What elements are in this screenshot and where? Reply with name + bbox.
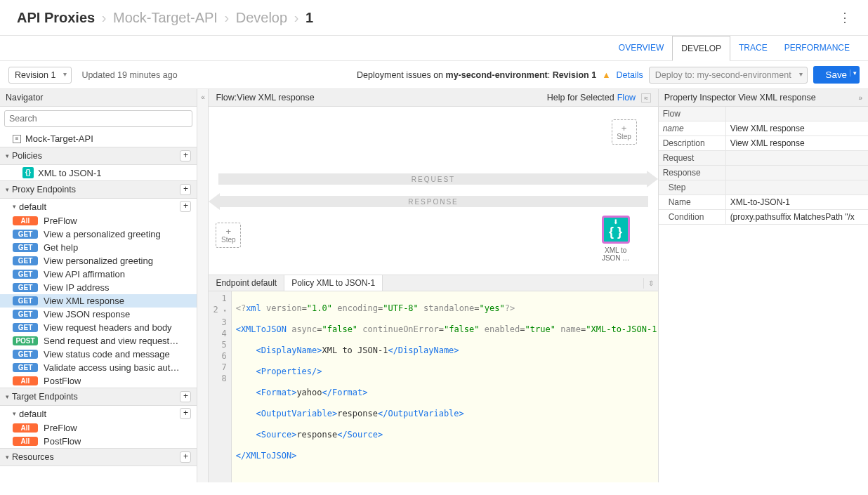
flow-item[interactable]: GETValidate access using basic aut… [0, 361, 197, 374]
plus-icon: + [226, 227, 232, 236]
code-tab-policy[interactable]: Policy XML to JSON-1 [284, 275, 383, 291]
flow-label: Validate access using basic aut… [44, 362, 179, 373]
method-badge: GET [13, 243, 38, 252]
policies-section[interactable]: ▾ Policies + [0, 147, 197, 165]
method-badge: POST [13, 336, 38, 345]
method-badge: GET [13, 256, 38, 265]
inspector-desc-value[interactable]: View XML response [726, 136, 868, 150]
inspector-section-response: Response [659, 166, 726, 180]
add-response-step-button[interactable]: + Step [216, 223, 241, 248]
method-badge: GET [13, 283, 38, 292]
flow-item[interactable]: GETView a personalized greeting [0, 227, 197, 241]
policy-node[interactable]: { } XML to JSON … [602, 216, 630, 262]
method-badge: All [13, 437, 38, 446]
chevron-down-icon: ▾ [6, 152, 9, 159]
target-default-endpoint[interactable]: ▾ default + [0, 406, 197, 421]
code-content[interactable]: <?xml version="1.0" encoding="UTF-8" sta… [232, 291, 658, 482]
plus-icon: + [622, 124, 627, 133]
tabs-row: OVERVIEW DEVELOP TRACE PERFORMANCE [0, 36, 868, 61]
method-badge: GET [13, 310, 38, 319]
policy-item[interactable]: {} XML to JSON-1 [0, 165, 197, 180]
chevron-right-icon: › [224, 10, 229, 25]
navigator-search-input[interactable] [4, 110, 192, 127]
save-button[interactable]: Save▾ [813, 66, 860, 84]
flow-label: View request headers and body [44, 322, 172, 333]
help-flow-link[interactable]: Flow [617, 93, 636, 103]
flow-item[interactable]: GETView personalized greeting [0, 254, 197, 268]
flow-item[interactable]: GETView JSON response [0, 308, 197, 321]
arrow-right-icon [647, 171, 658, 187]
flow-item[interactable]: GETView IP address [0, 281, 197, 294]
breadcrumb-section[interactable]: Develop [236, 10, 287, 25]
chevron-down-icon: ▾ [13, 203, 16, 210]
tab-trace[interactable]: TRACE [730, 36, 776, 60]
add-target-flow-button[interactable]: + [180, 408, 191, 419]
code-tab-endpoint[interactable]: Endpoint default [209, 275, 284, 291]
flow-item[interactable]: GETView status code and message [0, 348, 197, 361]
method-badge: GET [13, 296, 38, 305]
expand-code-icon[interactable]: ⇳ [643, 278, 658, 289]
breadcrumb-proxy[interactable]: Mock-Target-API [113, 10, 218, 25]
collapse-canvas-icon[interactable]: ≈ [641, 93, 651, 103]
navigator-root[interactable]: ≡ Mock-Target-API [0, 131, 197, 147]
flow-label: PreFlow [44, 423, 77, 433]
flow-item[interactable]: GETGet help [0, 241, 197, 254]
breadcrumb-root[interactable]: API Proxies [17, 10, 95, 25]
flow-canvas: + Step REQUEST RESPONSE + Step { } XML t… [209, 107, 657, 275]
flow-item[interactable]: AllPreFlow [0, 214, 197, 227]
inspector-step-name-value[interactable]: XML-to-JSON-1 [726, 195, 868, 209]
more-menu-icon[interactable]: ⋮ [836, 7, 854, 28]
method-badge: GET [13, 270, 38, 279]
tab-performance[interactable]: PERFORMANCE [776, 36, 858, 60]
flow-item[interactable]: GETView API affirmation [0, 268, 197, 281]
flow-header: Flow: View XML response Help for Selecte… [209, 89, 657, 107]
flow-item[interactable]: GETView XML response [0, 294, 197, 308]
details-link[interactable]: Details [617, 70, 643, 80]
method-badge: All [13, 376, 38, 385]
proxy-endpoints-section[interactable]: ▾ Proxy Endpoints + [0, 180, 197, 199]
code-editor[interactable]: 12 ▾345678 <?xml version="1.0" encoding=… [209, 291, 657, 482]
add-proxy-endpoint-button[interactable]: + [180, 184, 191, 195]
inspector-condition-value[interactable]: (proxy.pathsuffix MatchesPath "/x [726, 210, 868, 224]
warning-icon: ▲ [602, 70, 610, 80]
flow-item[interactable]: GETView request headers and body [0, 321, 197, 334]
chevron-down-icon: ▾ [6, 393, 9, 400]
method-badge: GET [13, 323, 38, 332]
add-resource-button[interactable]: + [180, 451, 191, 463]
navigator-panel: Navigator ≡ Mock-Target-API ▾ Policies +… [0, 89, 197, 482]
add-flow-button[interactable]: + [180, 201, 191, 212]
add-request-step-button[interactable]: + Step [612, 119, 637, 145]
arrow-left-icon [209, 193, 220, 210]
method-badge: All [13, 423, 38, 433]
inspector-name-value[interactable]: View XML response [726, 121, 868, 136]
method-badge: All [13, 216, 38, 225]
chevron-right-icon: › [294, 10, 299, 25]
flow-item[interactable]: AllPostFlow [0, 374, 197, 388]
collapse-navigator-handle[interactable]: « [197, 89, 209, 482]
tab-develop[interactable]: DEVELOP [672, 36, 730, 61]
flow-label: PostFlow [44, 376, 81, 386]
xml-to-json-policy-icon: { } [602, 216, 630, 244]
proxy-default-endpoint[interactable]: ▾ default + [0, 199, 197, 214]
method-badge: GET [13, 363, 38, 372]
target-endpoints-section[interactable]: ▾ Target Endpoints + [0, 388, 197, 406]
revision-select[interactable]: Revision 1 [8, 67, 72, 84]
flow-item[interactable]: AllPreFlow [0, 421, 197, 435]
flow-item[interactable]: AllPostFlow [0, 435, 197, 448]
response-bar: RESPONSE [218, 196, 647, 207]
add-policy-button[interactable]: + [180, 150, 191, 161]
center-panel: Flow: View XML response Help for Selecte… [209, 89, 658, 482]
deploy-to-select[interactable]: Deploy to: my-second-environment [649, 67, 808, 84]
flow-label: View XML response [44, 296, 124, 306]
proxy-icon: ≡ [13, 135, 21, 143]
tab-overview[interactable]: OVERVIEW [610, 36, 672, 60]
flow-label: View a personalized greeting [44, 229, 161, 239]
flow-item[interactable]: POSTSend request and view request… [0, 334, 197, 348]
help-label: Help for Selected [547, 93, 614, 103]
inspector-section-request: Request [659, 151, 726, 165]
resources-section[interactable]: ▾ Resources + [0, 448, 197, 466]
add-target-endpoint-button[interactable]: + [180, 391, 191, 402]
chevron-down-icon: ▾ [6, 186, 9, 193]
expand-inspector-icon[interactable]: » [858, 94, 862, 102]
code-tabs: Endpoint default Policy XML to JSON-1 ⇳ [209, 275, 657, 291]
